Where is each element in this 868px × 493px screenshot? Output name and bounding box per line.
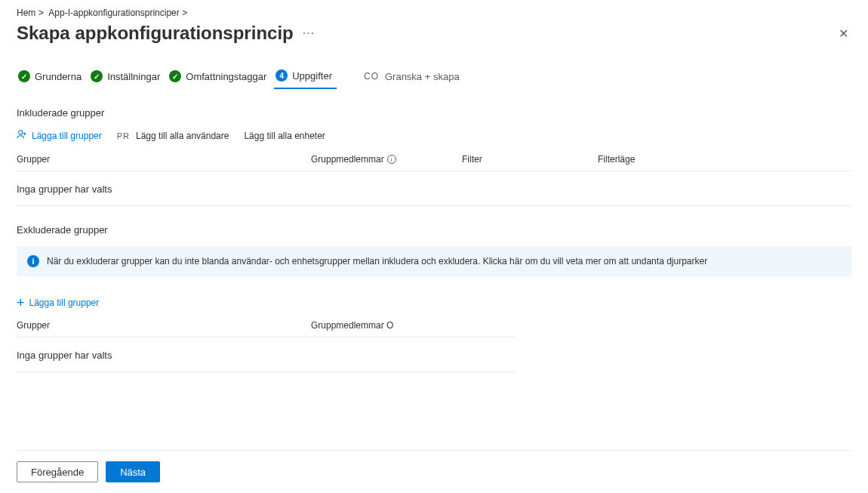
info-banner-text[interactable]: När du exkluderar grupper kan du inte bl… xyxy=(47,256,707,267)
add-all-devices-button[interactable]: Lägg till alla enheter xyxy=(244,131,325,141)
excluded-title: Exkluderade grupper xyxy=(17,224,851,236)
step-review[interactable]: CO Granska + skapa xyxy=(362,66,464,88)
close-icon[interactable]: ✕ xyxy=(836,23,851,44)
footer: Föregående Nästa xyxy=(17,450,851,493)
person-add-icon xyxy=(17,129,27,142)
more-icon[interactable]: ··· xyxy=(303,26,315,40)
wizard-stepper: ✓ Grunderna ✓ Inställningar ✓ Omfattning… xyxy=(17,65,851,89)
previous-button[interactable]: Föregående xyxy=(17,461,98,482)
excluded-empty-row: Inga grupper har valts xyxy=(17,345,515,372)
included-table-header: Grupper Gruppmedlemmar i Filter Filterlä… xyxy=(17,154,851,171)
excluded-groups-section: Exkluderade grupper i När du exkluderar … xyxy=(17,224,851,372)
col-filtermode: Filterläge xyxy=(598,154,851,165)
step-scope-tags[interactable]: ✓ Omfattningstaggar xyxy=(168,66,271,88)
col-groups: Grupper xyxy=(17,154,311,165)
included-empty-row: Inga grupper har valts xyxy=(17,179,851,206)
col-groups-2: Grupper xyxy=(17,320,311,331)
info-icon[interactable]: i xyxy=(387,155,396,164)
step-prefix: CO xyxy=(364,71,379,82)
excluded-table-header: Grupper Gruppmedlemmar O xyxy=(17,320,515,337)
plus-icon: + xyxy=(17,297,25,308)
add-groups-label: Lägga till grupper xyxy=(32,131,102,141)
add-excluded-groups-label: Lägga till grupper xyxy=(29,297,100,308)
breadcrumb: Hem > App-I-appkonfigurationsprinciper > xyxy=(17,8,851,18)
add-all-users-button[interactable]: PR Lägg till alla användare xyxy=(117,131,229,141)
check-icon: ✓ xyxy=(91,70,103,82)
check-icon: ✓ xyxy=(169,70,181,82)
step-settings[interactable]: ✓ Inställningar xyxy=(89,66,165,88)
col-filter: Filter xyxy=(462,154,598,165)
step-assignments[interactable]: 4 Uppgifter xyxy=(274,65,337,89)
add-all-devices-label: Lägg till alla enheter xyxy=(244,131,325,141)
add-all-users-label: Lägg till alla användare xyxy=(136,131,229,141)
step-number-icon: 4 xyxy=(275,69,288,82)
page-title: Skapa appkonfigurationsprincip xyxy=(17,23,294,44)
check-icon: ✓ xyxy=(18,70,30,82)
info-banner: i När du exkluderar grupper kan du inte … xyxy=(17,246,851,276)
breadcrumb-path[interactable]: App-I-appkonfigurationsprinciper > xyxy=(48,8,187,18)
breadcrumb-home[interactable]: Hem > xyxy=(17,8,44,18)
included-groups-section: Inkluderade grupper Lägga till grupper P… xyxy=(17,107,851,206)
info-icon: i xyxy=(27,255,39,267)
svg-point-0 xyxy=(19,131,23,134)
col-members: Gruppmedlemmar i xyxy=(311,154,462,165)
step-basics[interactable]: ✓ Grunderna xyxy=(17,66,86,88)
action-prefix: PR xyxy=(117,131,130,140)
included-title: Inkluderade grupper xyxy=(17,107,851,119)
add-groups-button[interactable]: Lägga till grupper xyxy=(17,129,102,142)
next-button[interactable]: Nästa xyxy=(106,461,160,482)
add-excluded-groups-button[interactable]: + Lägga till grupper xyxy=(17,297,99,308)
col-members-2: Gruppmedlemmar O xyxy=(311,320,507,331)
